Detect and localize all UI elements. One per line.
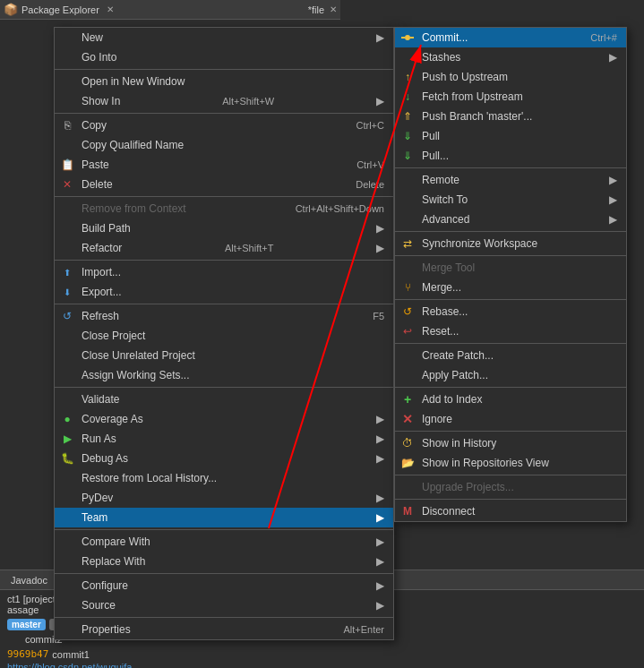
- right-menu-item-disconnect[interactable]: M Disconnect: [395, 501, 626, 521]
- sep2: [55, 113, 393, 114]
- delete-icon: ✕: [60, 177, 74, 192]
- close-file-icon[interactable]: ✕: [330, 4, 337, 14]
- url-text[interactable]: https://blog.csdn.net/wuguifa: [7, 662, 132, 668]
- menu-item-copy-qualified[interactable]: Copy Qualified Name: [55, 135, 393, 155]
- right-menu-item-push-upstream[interactable]: ↑ Push to Upstream: [395, 67, 626, 87]
- right-menu-item-merge-tool[interactable]: Merge Tool: [395, 258, 626, 278]
- menu-item-close-unrelated[interactable]: Close Unrelated Project: [55, 346, 393, 365]
- stashes-arrow: ▶: [609, 51, 617, 64]
- right-menu-item-pull[interactable]: ⇓ Pull: [395, 126, 626, 146]
- right-menu-item-apply-patch[interactable]: Apply Patch...: [395, 365, 626, 385]
- export-label: Export...: [82, 286, 122, 298]
- menu-item-source[interactable]: Source ▶: [55, 595, 393, 615]
- menu-item-pydev[interactable]: PyDev ▶: [55, 488, 393, 508]
- repos-icon: 📂: [400, 456, 415, 470]
- debug-as-label: Debug As: [82, 452, 128, 465]
- delete-shortcut: Delete: [356, 179, 384, 190]
- right-menu-item-merge[interactable]: ⑂ Merge...: [395, 278, 626, 297]
- menu-item-new[interactable]: New ▶: [55, 28, 393, 47]
- menu-item-refactor[interactable]: Refactor Alt+Shift+T ▶: [55, 238, 393, 258]
- commit-shortcut: Ctrl+#: [590, 32, 617, 43]
- menu-item-validate[interactable]: Validate: [55, 390, 393, 409]
- show-in-label: Show In: [82, 95, 120, 107]
- add-index-label: Add to Index: [422, 393, 482, 406]
- run-as-label: Run As: [82, 432, 116, 445]
- right-menu-item-sync-workspace[interactable]: ⇄ Synchronize Workspace: [395, 234, 626, 253]
- ignore-label: Ignore: [422, 413, 452, 425]
- menu-item-properties[interactable]: Properties Alt+Enter: [55, 620, 393, 639]
- right-sep2: [395, 231, 626, 232]
- right-sep3: [395, 255, 626, 256]
- switch-to-label: Switch To: [422, 193, 468, 206]
- right-menu-item-advanced[interactable]: Advanced ▶: [395, 210, 626, 229]
- menu-item-remove-context[interactable]: Remove from Context Ctrl+Alt+Shift+Down: [55, 199, 393, 218]
- menu-item-refresh[interactable]: ↺ Refresh F5: [55, 306, 393, 326]
- advanced-label: Advanced: [422, 213, 469, 226]
- right-menu-item-ignore[interactable]: ✕ Ignore: [395, 409, 626, 429]
- menu-item-replace-with[interactable]: Replace With ▶: [55, 552, 393, 571]
- copy-shortcut: Ctrl+C: [356, 120, 384, 131]
- menu-item-delete[interactable]: ✕ Delete Delete: [55, 175, 393, 194]
- right-menu-item-show-history[interactable]: ⏱ Show in History: [395, 433, 626, 453]
- menu-item-import[interactable]: ⬆ Import...: [55, 262, 393, 282]
- menu-item-restore-history[interactable]: Restore from Local History...: [55, 468, 393, 488]
- right-menu-item-remote[interactable]: Remote ▶: [395, 170, 626, 190]
- apply-patch-label: Apply Patch...: [422, 369, 488, 381]
- right-menu-item-switch-to[interactable]: Switch To ▶: [395, 190, 626, 210]
- right-menu-item-add-index[interactable]: + Add to Index: [395, 390, 626, 409]
- close-project-label: Close Project: [82, 330, 145, 342]
- disconnect-label: Disconnect: [422, 505, 475, 518]
- stashes-label: Stashes: [422, 51, 460, 64]
- menu-item-copy[interactable]: ⎘ Copy Ctrl+C: [55, 116, 393, 135]
- disconnect-icon: M: [400, 504, 415, 518]
- push-upstream-label: Push to Upstream: [422, 71, 508, 83]
- right-menu-item-upgrade-projects[interactable]: Upgrade Projects...: [395, 477, 626, 497]
- validate-label: Validate: [82, 393, 119, 406]
- right-menu-item-reset[interactable]: ↩ Reset...: [395, 321, 626, 341]
- menu-item-team[interactable]: Team ▶: [55, 508, 393, 527]
- source-label: Source: [82, 599, 116, 612]
- commit-label: Commit...: [422, 31, 468, 44]
- menu-item-coverage-as[interactable]: ● Coverage As ▶: [55, 409, 393, 429]
- push-branch-label: Push Branch 'master'...: [422, 110, 532, 123]
- right-sep1: [395, 167, 626, 168]
- right-menu-item-stashes[interactable]: Stashes ▶: [395, 47, 626, 67]
- menu-item-build-path[interactable]: Build Path ▶: [55, 218, 393, 238]
- right-menu-item-push-branch[interactable]: ⇑ Push Branch 'master'...: [395, 107, 626, 126]
- tab-javadoc[interactable]: Javadoc: [4, 573, 55, 587]
- master-badge: master: [7, 619, 46, 630]
- menu-item-close-project[interactable]: Close Project: [55, 326, 393, 346]
- paste-label: Paste: [82, 158, 109, 171]
- menu-item-compare-with[interactable]: Compare With ▶: [55, 532, 393, 552]
- file-tab-label[interactable]: *file: [308, 4, 324, 15]
- refresh-label: Refresh: [82, 310, 119, 322]
- copy-icon: ⎘: [60, 118, 74, 133]
- right-menu-item-create-patch[interactable]: Create Patch...: [395, 346, 626, 365]
- menu-item-go-into[interactable]: Go Into: [55, 47, 393, 67]
- menu-item-configure[interactable]: Configure ▶: [55, 576, 393, 595]
- source-arrow: ▶: [376, 599, 384, 612]
- menu-item-run-as[interactable]: ▶ Run As ▶: [55, 429, 393, 449]
- right-menu-item-rebase[interactable]: ↺ Rebase...: [395, 302, 626, 321]
- right-menu-item-fetch-upstream[interactable]: ↓ Fetch from Upstream: [395, 87, 626, 107]
- menu-item-open-new-window[interactable]: Open in New Window: [55, 72, 393, 91]
- menu-item-debug-as[interactable]: 🐛 Debug As ▶: [55, 449, 393, 468]
- advanced-arrow: ▶: [609, 213, 617, 226]
- debug-icon: 🐛: [60, 451, 74, 466]
- menu-item-paste[interactable]: 📋 Paste Ctrl+V: [55, 155, 393, 175]
- right-menu-item-commit[interactable]: Commit... Ctrl+#: [395, 28, 626, 47]
- show-repos-label: Show in Repositories View: [422, 457, 549, 469]
- merge-label: Merge...: [422, 281, 461, 294]
- reset-label: Reset...: [422, 325, 459, 338]
- refresh-shortcut: F5: [373, 311, 384, 321]
- menu-item-assign-working[interactable]: Assign Working Sets...: [55, 365, 393, 385]
- menu-item-export[interactable]: ⬇ Export...: [55, 282, 393, 302]
- rebase-icon: ↺: [400, 304, 415, 319]
- team-arrow: ▶: [376, 511, 384, 524]
- right-menu-item-show-repos[interactable]: 📂 Show in Repositories View: [395, 453, 626, 473]
- delete-label: Delete: [82, 178, 113, 191]
- close-pkg-icon[interactable]: ✕: [107, 4, 114, 14]
- menu-item-show-in[interactable]: Show In Alt+Shift+W ▶: [55, 91, 393, 111]
- right-menu-item-pull-dots[interactable]: ⇓ Pull...: [395, 146, 626, 166]
- compare-with-arrow: ▶: [376, 535, 384, 548]
